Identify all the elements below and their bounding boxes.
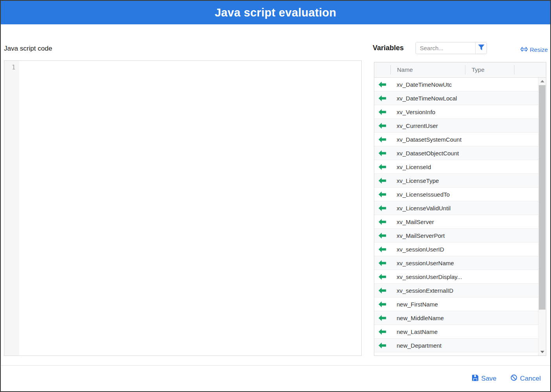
variable-name: xv_VersionInfo	[390, 109, 465, 115]
variable-row[interactable]: new_LastName	[374, 325, 538, 339]
variable-row[interactable]: xv_LicenseValidUntil	[374, 201, 538, 215]
variable-row[interactable]: xv_LicenseIssuedTo	[374, 188, 538, 201]
variable-row[interactable]: xv_DateTimeNowUtc	[374, 78, 538, 91]
variable-row[interactable]: xv_LicenseId	[374, 160, 538, 174]
variable-row[interactable]: xv_DatasetSystemCount	[374, 133, 538, 146]
variables-table-header: Name Type	[374, 62, 546, 78]
variable-row[interactable]: xv_VersionInfo	[374, 105, 538, 119]
variable-name: xv_DateTimeNowLocal	[390, 95, 465, 102]
variables-table: Name Type xv_DateTimeNowUtc xv_DateTimeN…	[374, 62, 546, 356]
variable-name: xv_DatasetSystemCount	[390, 136, 465, 143]
variables-search-input[interactable]	[416, 42, 475, 54]
variable-row[interactable]: xv_CurrentUser	[374, 119, 538, 133]
line-number: 1	[4, 64, 15, 71]
scrollbar-up-arrow[interactable]	[538, 78, 546, 85]
resize-button[interactable]: Resize	[520, 46, 548, 53]
variable-row[interactable]: xv_DateTimeNowLocal	[374, 91, 538, 105]
insert-variable-arrow-icon[interactable]	[374, 219, 390, 225]
insert-variable-arrow-icon[interactable]	[374, 191, 390, 197]
insert-variable-arrow-icon[interactable]	[374, 233, 390, 239]
save-floppy-icon	[472, 375, 478, 383]
variable-name: xv_MailServerPort	[390, 232, 465, 239]
variable-row[interactable]: new_FirstName	[374, 297, 538, 311]
variable-row[interactable]: xv_DatasetObjectCount	[374, 146, 538, 160]
footer: Save Cancel	[472, 374, 541, 383]
insert-variable-arrow-icon[interactable]	[374, 301, 390, 307]
variable-name: xv_LicenseValidUntil	[390, 205, 465, 211]
insert-variable-arrow-icon[interactable]	[374, 82, 390, 88]
insert-variable-arrow-icon[interactable]	[374, 150, 390, 156]
filter-funnel-icon	[478, 44, 485, 52]
variable-name: xv_CurrentUser	[390, 122, 465, 129]
line-number-gutter: 1	[4, 61, 19, 356]
insert-variable-arrow-icon[interactable]	[374, 123, 390, 129]
save-button[interactable]: Save	[472, 375, 496, 383]
insert-variable-arrow-icon[interactable]	[374, 137, 390, 142]
variables-table-body: xv_DateTimeNowUtc xv_DateTimeNowLocal xv…	[374, 78, 538, 352]
javascript-evaluation-dialog: Java script evaluation Java script code …	[0, 0, 551, 392]
variables-search-group	[416, 42, 487, 54]
variable-name: xv_sessionUserDisplay...	[390, 273, 465, 280]
filter-button[interactable]	[475, 42, 487, 54]
footer-divider	[1, 365, 550, 366]
resize-label: Resize	[530, 46, 548, 53]
dialog-titlebar: Java script evaluation	[1, 1, 550, 24]
variable-row[interactable]: xv_sessionExternalID	[374, 284, 538, 297]
insert-variable-arrow-icon[interactable]	[374, 315, 390, 321]
cancel-slash-circle-icon	[511, 374, 517, 383]
variable-row[interactable]: new_MiddleName	[374, 311, 538, 325]
variable-row[interactable]: xv_sessionUserName	[374, 256, 538, 270]
variable-row[interactable]: xv_MailServer	[374, 215, 538, 229]
resize-arrows-icon	[520, 46, 528, 53]
insert-variable-arrow-icon[interactable]	[374, 260, 390, 266]
editor-label: Java script code	[4, 45, 52, 53]
variable-row[interactable]: xv_LicenseType	[374, 174, 538, 188]
variable-row[interactable]: new_Department	[374, 339, 538, 352]
variables-scrollbar[interactable]	[538, 78, 546, 356]
variable-row[interactable]: xv_sessionUserDisplay...	[374, 270, 538, 284]
variable-name: xv_sessionUserName	[390, 260, 465, 266]
code-editor[interactable]: 1	[4, 60, 362, 356]
variable-name: xv_LicenseIssuedTo	[390, 191, 465, 198]
variable-name: new_Department	[390, 342, 465, 349]
variable-row[interactable]: xv_MailServerPort	[374, 229, 538, 242]
column-header-extra	[514, 65, 546, 75]
insert-variable-arrow-icon[interactable]	[374, 95, 390, 101]
insert-variable-arrow-icon[interactable]	[374, 246, 390, 252]
dialog-title: Java script evaluation	[215, 6, 337, 19]
insert-variable-arrow-icon[interactable]	[374, 274, 390, 280]
save-label: Save	[481, 375, 496, 383]
insert-variable-arrow-icon[interactable]	[374, 164, 390, 170]
variable-row[interactable]: xv_sessionUserID	[374, 242, 538, 256]
variable-name: xv_MailServer	[390, 219, 465, 225]
variable-name: xv_DatasetObjectCount	[390, 150, 465, 157]
code-input[interactable]	[19, 61, 361, 356]
variable-name: xv_sessionExternalID	[390, 287, 465, 294]
variable-name: xv_LicenseType	[390, 177, 465, 184]
variable-name: xv_DateTimeNowUtc	[390, 81, 465, 88]
insert-variable-arrow-icon[interactable]	[374, 109, 390, 115]
variables-heading: Variables	[373, 44, 404, 52]
column-header-type[interactable]: Type	[465, 65, 514, 75]
scrollbar-down-arrow[interactable]	[538, 348, 546, 356]
variable-name: new_MiddleName	[390, 315, 465, 321]
variable-name: xv_sessionUserID	[390, 246, 465, 253]
cancel-label: Cancel	[520, 375, 541, 383]
variable-name: new_FirstName	[390, 301, 465, 308]
insert-variable-arrow-icon[interactable]	[374, 178, 390, 184]
triangle-up-icon	[540, 80, 544, 82]
variables-table-body-wrap: xv_DateTimeNowUtc xv_DateTimeNowLocal xv…	[374, 78, 546, 356]
insert-variable-arrow-icon[interactable]	[374, 288, 390, 294]
variable-name: xv_LicenseId	[390, 164, 465, 170]
cancel-button[interactable]: Cancel	[511, 374, 541, 383]
insert-variable-arrow-icon[interactable]	[374, 329, 390, 335]
insert-variable-arrow-icon[interactable]	[374, 343, 390, 348]
variable-name: new_LastName	[390, 328, 465, 335]
insert-variable-arrow-icon[interactable]	[374, 205, 390, 211]
scrollbar-thumb[interactable]	[539, 85, 546, 310]
column-header-icon	[374, 65, 390, 75]
column-header-name[interactable]: Name	[390, 65, 465, 75]
triangle-down-icon	[540, 351, 544, 353]
